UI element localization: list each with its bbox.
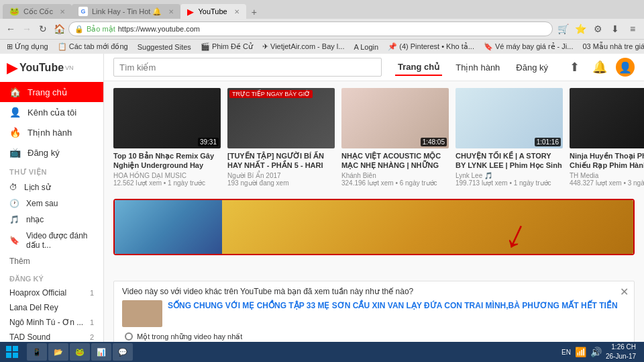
video-meta-3: 199.713 lượt xem • 1 ngày trước	[455, 179, 563, 187]
survey-close-button[interactable]: ✕	[620, 285, 629, 298]
taskbar-app-coccoc[interactable]: 🐸	[70, 343, 90, 361]
bookmark-03mau[interactable]: 03 Mẫu nhà tre giá tr...	[580, 42, 644, 52]
video-thumb-0: 39:31	[113, 88, 221, 148]
sub-count-hoaprox: 1	[90, 289, 94, 297]
sidebar-item-kenhcuatoi[interactable]: 👤 Kênh của tôi	[0, 102, 103, 122]
duration-badge-0: 39:31	[198, 138, 219, 146]
files-icon: 📂	[54, 348, 63, 357]
notification-icon[interactable]: 🔔	[590, 58, 609, 77]
bookmarks-bar: ⊞ Ứng dụng 📋 Các tab mới đồng Suggested …	[0, 39, 644, 54]
taskbar-app-files[interactable]: 📂	[48, 343, 68, 361]
video-thumb-3: 1:01:16	[455, 88, 563, 148]
forward-button[interactable]: →	[20, 22, 34, 36]
duration-badge-2: 1:48:05	[421, 138, 447, 146]
lang-indicator: EN	[561, 349, 571, 356]
tab-favicon-linkhay: G	[78, 7, 88, 16]
bookmark-phimdecu[interactable]: 🎬 Phim Đề Cử	[198, 42, 256, 52]
video-card-4[interactable]: 1:20:53 Ninja Huyền Thoại Phim Chiếu Rạp…	[570, 88, 644, 189]
start-button[interactable]	[0, 342, 24, 362]
tab-coccoc[interactable]: 🐸 Cốc Cốc ✕	[3, 4, 72, 19]
home-button[interactable]: 🏠	[52, 22, 66, 36]
download-icon[interactable]: ⬇	[608, 21, 623, 36]
history-icon: ⏱	[9, 183, 17, 192]
address-box[interactable]: 🔒 Bảo mật https://www.youtube.com	[68, 21, 553, 36]
youtube-page: ▶ YouTube VN 🏠 Trang chủ 👤 Kênh của tôi …	[0, 54, 644, 362]
tab-close-linkhay[interactable]: ✕	[168, 8, 174, 15]
tab-linkhay[interactable]: G Link Hay - Tin Hot 🔔 ✕	[72, 4, 180, 19]
radio-0[interactable]	[125, 332, 133, 341]
nav-trangchu[interactable]: Trang chủ	[395, 59, 442, 76]
tab-title-linkhay: Link Hay - Tin Hot 🔔	[92, 7, 162, 16]
tab-add-button[interactable]: +	[246, 5, 262, 19]
video-card-3[interactable]: 1:01:16 CHUYỆN TỐI KỀ | A STORY BY LYNK …	[455, 88, 563, 189]
taskbar-app-excel[interactable]: 📊	[91, 343, 111, 361]
tab-youtube[interactable]: ▶ YouTube ✕	[180, 4, 246, 19]
viber-icon: 📱	[32, 348, 42, 357]
taskbar-app-viber[interactable]: 📱	[27, 343, 47, 361]
search-input[interactable]	[119, 62, 376, 73]
toolbar-icons: 🛒 ⭐ ⚙ ⬇ ≡	[555, 21, 640, 36]
subscribe-icon: 📺	[9, 147, 21, 158]
bookmark-login[interactable]: A Login	[351, 42, 381, 52]
sidebar-item-dangky[interactable]: 📺 Đăng ký	[0, 142, 103, 163]
subscription-item-ngominhtu[interactable]: Ngô Minh Tú - Ơn ... 1	[0, 315, 103, 330]
taskbar-apps: 📱 📂 🐸 📊 💬	[24, 343, 556, 361]
video-card-0[interactable]: 39:31 Top 10 Bản Nhạc Remix Gây Nghiện U…	[113, 88, 221, 189]
tab-title-youtube: YouTube	[198, 7, 227, 15]
sidebar-item-videodautu[interactable]: 🔖 Video được đánh dấu t...	[0, 228, 103, 253]
star-icon[interactable]: ⭐	[573, 21, 588, 36]
windows-logo-icon	[5, 345, 19, 359]
sidebar-item-trangchu[interactable]: 🏠 Trang chủ	[0, 82, 103, 102]
video-card-2[interactable]: 1:48:05 NHẠC VIỆT ACOUSTIC MỘC MẠC NHẸ N…	[341, 88, 449, 189]
sidebar-item-lichsu[interactable]: ⏱ Lịch sử	[0, 179, 103, 195]
survey-option-0[interactable]: Một trong những video hay nhất	[125, 332, 626, 341]
sidebar-show-more[interactable]: Thêm	[0, 253, 103, 269]
subscriptions-section-title: ĐĂNG KÝ	[0, 269, 103, 285]
nav-thinhhang[interactable]: Thịnh hành	[453, 60, 502, 75]
tab-favicon-coccoc: 🐸	[9, 7, 19, 16]
highlight-right-content	[222, 200, 633, 254]
bookmark-vietjet[interactable]: ✈ VietjetAir.com - Bay l...	[260, 42, 347, 52]
volume-icon[interactable]: 🔊	[590, 347, 602, 357]
browser-chrome: 🐸 Cốc Cốc ✕ G Link Hay - Tin Hot 🔔 ✕ ▶ Y…	[0, 0, 644, 54]
taskbar-app-skype[interactable]: 💬	[113, 343, 133, 361]
home-icon: 🏠	[9, 87, 21, 97]
upload-icon[interactable]: ⬆	[565, 58, 584, 77]
video-card-1[interactable]: TRỰC TIẾP NGAY BÂY GIỜ [TUYỂN TẬP] NGƯỜI…	[227, 88, 335, 189]
user-avatar[interactable]: 👤	[616, 58, 635, 77]
settings-icon[interactable]: ⚙	[590, 21, 605, 36]
network-icon: 📶	[575, 347, 586, 357]
search-box[interactable]	[113, 58, 382, 77]
watch-later-icon: 🕐	[9, 199, 19, 208]
video-thumb-4: 1:20:53	[570, 88, 644, 148]
youtube-logo-icon: ▶	[7, 59, 18, 77]
youtube-logo-vn: VN	[65, 64, 74, 71]
svg-rect-0	[6, 346, 11, 351]
highlight-left	[115, 200, 222, 254]
tab-bar: 🐸 Cốc Cốc ✕ G Link Hay - Tin Hot 🔔 ✕ ▶ Y…	[0, 0, 644, 19]
tab-title-coccoc: Cốc Cốc	[23, 7, 53, 16]
menu-icon[interactable]: ≡	[625, 21, 640, 36]
sidebar-item-nhac[interactable]: 🎵 nhạc	[0, 212, 103, 228]
svg-rect-2	[6, 353, 11, 358]
sidebar-item-thinhhang[interactable]: 🔥 Thịnh hành	[0, 122, 103, 142]
subscription-item-lana[interactable]: Lana Del Rey	[0, 300, 103, 315]
reload-button[interactable]: ↻	[36, 22, 50, 36]
nav-dangky[interactable]: Đăng ký	[513, 60, 551, 75]
tab-close-youtube[interactable]: ✕	[234, 8, 239, 15]
bookmark-newtab[interactable]: 📋 Các tab mới đồng	[55, 42, 131, 52]
skype-icon: 💬	[118, 348, 127, 357]
back-button[interactable]: ←	[4, 22, 17, 36]
cart-icon[interactable]: 🛒	[555, 21, 570, 36]
video-thumb-2: 1:48:05	[341, 88, 449, 148]
sidebar-item-xemsau[interactable]: 🕐 Xem sau	[0, 195, 103, 212]
security-icon: 🔒	[74, 25, 84, 34]
bookmark-pinterest[interactable]: 📌 (4) Pinterest • Kho tả...	[385, 42, 477, 52]
bookmark-suggested[interactable]: Suggested Sites	[135, 42, 194, 52]
bookmark-apps[interactable]: ⊞ Ứng dụng	[4, 42, 51, 52]
tab-close-coccoc[interactable]: ✕	[60, 8, 65, 15]
video-title-1: [TUYỂN TẬP] NGƯỜI BÍ ẨN HAY NHẤT - PHẦN …	[227, 151, 335, 171]
bookmark-vemaybay[interactable]: 🔖 Vé máy bay giá rẻ - Ji...	[481, 42, 576, 52]
subscription-item-hoaprox[interactable]: Hoaprox Official 1	[0, 285, 103, 300]
youtube-logo[interactable]: ▶ YouTube VN	[0, 54, 103, 82]
